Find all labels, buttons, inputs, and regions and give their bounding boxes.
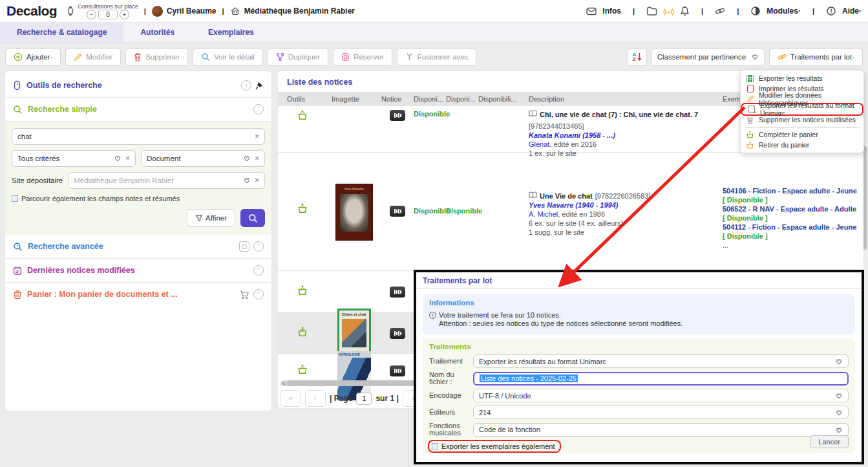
notice-type-icon[interactable] — [390, 206, 405, 217]
batch-actions-button[interactable]: Traitements par lot· — [769, 49, 863, 66]
record-description[interactable]: Une Vie de chat [9782226026583] Yves Nav… — [529, 153, 723, 237]
add-to-basket-icon[interactable] — [297, 327, 308, 338]
folder-icon[interactable] — [646, 6, 657, 16]
menu-item-remove-from-basket[interactable]: Retirer du panier — [741, 140, 863, 150]
column-dispo-1[interactable]: Disponi... — [414, 95, 446, 103]
bell-icon[interactable] — [680, 6, 690, 16]
sort-order-select[interactable]: Classement par pertinence — [651, 49, 765, 66]
pin-icon[interactable] — [255, 81, 264, 90]
chevron-up-icon[interactable]: ˆ — [253, 104, 264, 114]
merge-button[interactable]: Fusionner avec — [397, 49, 477, 66]
criteria-select[interactable]: Tous critères × — [12, 150, 136, 167]
tab-exemplaires[interactable]: Exemplaires — [191, 23, 271, 42]
cover-image[interactable]: Chien et chat — [337, 309, 371, 356]
notice-type-icon[interactable] — [390, 287, 405, 298]
search-tools-header[interactable]: Outils de recherche ‹ — [5, 74, 271, 98]
notice-type-icon[interactable] — [390, 365, 405, 376]
sort-az-button[interactable]: AZ — [628, 49, 647, 66]
clear-icon[interactable]: × — [255, 154, 259, 163]
expand-window-icon[interactable]: ▢ — [239, 241, 249, 252]
treatment-select[interactable]: Exporter les résultats au format Unimarc — [473, 354, 849, 368]
duplicate-button[interactable]: Dupliquer — [268, 49, 328, 66]
column-imagette[interactable]: Imagette — [326, 95, 381, 103]
column-dispo-3[interactable]: Disponibili... — [478, 95, 529, 103]
add-to-basket-icon[interactable] — [297, 364, 308, 375]
chevron-down-icon[interactable]: ˇ — [253, 241, 264, 252]
view-detail-button[interactable]: Voir le détail — [193, 49, 263, 66]
refine-button[interactable]: Affiner — [187, 209, 235, 227]
record-author[interactable]: Yves Navarre (1940 - 1994) — [529, 201, 723, 210]
export-items-checkbox[interactable] — [432, 443, 438, 450]
link-icon[interactable] — [715, 6, 725, 16]
launch-button[interactable]: Lancer — [810, 435, 849, 448]
clear-icon[interactable]: × — [255, 132, 259, 141]
help-icon[interactable] — [826, 6, 836, 16]
menu-item-export-results[interactable]: Exporter les résultats — [741, 73, 863, 83]
edit-button[interactable]: Modifier — [65, 49, 121, 66]
search-term-input[interactable] — [17, 133, 251, 140]
cover-image[interactable]: Yves Navarre — [335, 184, 373, 241]
notes-checkbox[interactable] — [12, 195, 18, 202]
doctype-select[interactable]: Document × — [141, 150, 265, 167]
chevron-down-icon[interactable]: ˇ — [253, 289, 264, 299]
pdf-icon — [746, 85, 754, 93]
menu-item-export-unimarc[interactable]: Exporter les résultats au format Unimarc — [742, 104, 862, 114]
cart-icon[interactable] — [239, 290, 249, 299]
exemplaire-ref[interactable]: 504106 - Fiction - Espace adulte - Jeune — [723, 186, 863, 195]
record-description[interactable]: Chi, une vie de chat (7) : Chi, une vie … — [529, 106, 723, 158]
record-publisher[interactable]: Glénat — [529, 140, 549, 148]
add-to-basket-icon[interactable] — [297, 285, 308, 296]
notice-type-icon[interactable] — [390, 110, 405, 121]
exemplaire-ref[interactable]: 504112 - Fiction - Espace adulte - Jeune — [723, 223, 863, 232]
site-filter-select[interactable]: Médiathèque Benjamin Rabier × — [68, 172, 265, 189]
scroll-left-icon[interactable]: < — [281, 380, 286, 387]
column-description[interactable]: Description — [529, 94, 723, 103]
first-page-button[interactable]: « — [281, 390, 301, 407]
recent-records-header[interactable]: Dernières notices modifiées ˇ — [5, 259, 271, 283]
infos-label[interactable]: Infos — [602, 6, 621, 16]
column-notice[interactable]: Notice — [381, 95, 414, 103]
editors-select[interactable]: 214 — [473, 406, 849, 419]
delete-button[interactable]: Supprimer — [125, 49, 188, 66]
clear-icon[interactable]: × — [125, 154, 130, 163]
page-number-input[interactable] — [356, 393, 372, 405]
notice-type-icon[interactable] — [390, 328, 405, 339]
user-name[interactable]: Cyril Beaume — [167, 6, 217, 16]
user-avatar[interactable] — [152, 6, 163, 17]
add-to-basket-icon[interactable] — [297, 203, 308, 214]
musical-functions-select[interactable]: Code de la fonction — [473, 423, 849, 437]
site-name[interactable]: Médiathèque Benjamin Rabier — [244, 6, 355, 16]
clear-icon[interactable]: × — [255, 176, 259, 185]
modules-icon[interactable] — [750, 6, 761, 16]
search-submit-button[interactable] — [240, 209, 265, 227]
filename-input[interactable]: Liste des notices - 2025-02-25 — [473, 372, 849, 386]
consultations-value-input[interactable] — [98, 10, 118, 19]
record-author[interactable]: Kanata Konami (1958 - ...) — [529, 131, 723, 140]
previous-page-button[interactable]: ‹ — [305, 390, 326, 407]
column-outils[interactable]: Outils — [278, 95, 326, 103]
encoding-select[interactable]: UTF-8 / Unicode — [473, 389, 849, 402]
consultations-decrement-button[interactable]: − — [87, 10, 96, 19]
chevron-down-icon[interactable]: ˇ — [253, 265, 264, 276]
basket-header[interactable]: Panier : Mon panier de documents et ... … — [5, 283, 271, 306]
tab-recherche-catalogage[interactable]: Recherche & catalogage — [0, 23, 123, 42]
infos-icon[interactable] — [586, 7, 597, 16]
column-dispo-2[interactable]: Disponi... — [446, 95, 478, 103]
collapse-panel-icon[interactable]: ‹ — [241, 80, 251, 91]
reserve-button[interactable]: Réserver — [333, 49, 392, 66]
add-button[interactable]: Ajouter· — [5, 49, 61, 66]
add-to-basket-icon[interactable] — [297, 110, 308, 121]
table-row[interactable]: Yves Navarre Disponible Disponible Une V… — [278, 153, 863, 271]
simple-search-header[interactable]: Recherche simple ˆ — [5, 98, 271, 122]
record-publisher[interactable]: A. Michel — [529, 210, 558, 218]
modules-label[interactable]: Modules· — [767, 6, 801, 16]
broadcast-icon[interactable] — [663, 6, 674, 16]
aide-label[interactable]: Aide· — [842, 6, 862, 16]
consultations-increment-button[interactable]: + — [120, 10, 129, 19]
search-term-field[interactable]: × — [12, 128, 265, 145]
exemplaire-ref[interactable]: 506522 - R NAV - Espace adulte - Adulte — [723, 204, 863, 213]
menu-item-complete-basket[interactable]: Compléter le panier — [741, 129, 863, 140]
menu-item-delete-unused-records[interactable]: Supprimer les notices inutilisées — [741, 114, 863, 125]
advanced-search-header[interactable]: Recherche avancée ▢ ˇ — [5, 235, 271, 259]
tab-autorites[interactable]: Autorités — [123, 23, 191, 42]
